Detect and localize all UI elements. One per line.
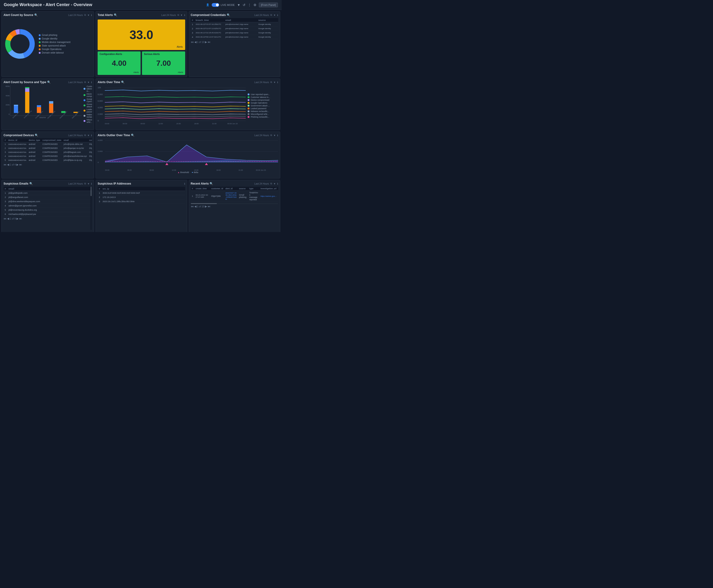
- devices-info-icon[interactable]: ℹ: [91, 134, 92, 136]
- filter-icon[interactable]: ▼: [237, 3, 240, 7]
- susp-emails-last-page[interactable]: ⏭: [19, 217, 22, 220]
- ra-next-page[interactable]: ▶: [205, 205, 207, 208]
- recent-alerts-copy-icon[interactable]: ⧉: [271, 182, 272, 185]
- svg-text:18:00: 18:00: [194, 123, 198, 125]
- outlier-threshold-legend: ▲ threshold: [178, 171, 189, 173]
- creds-prev-page[interactable]: ◀: [194, 41, 196, 43]
- devices-filter-icon[interactable]: ▼: [87, 134, 90, 136]
- alerts-time-search-icon[interactable]: 🔍: [121, 81, 125, 84]
- alert-source-time-range: Last 24 Hours: [68, 14, 83, 17]
- susp-emails-col-num: #: [3, 187, 7, 191]
- susp-emails-col-email: email: [7, 187, 92, 191]
- alert-source-copy-icon[interactable]: ⧉: [84, 14, 86, 17]
- creds-search-icon[interactable]: 🔍: [227, 14, 230, 17]
- ra-col-cid: customer_id: [210, 187, 224, 191]
- ra-first-page[interactable]: ⏮: [191, 205, 194, 208]
- from-panel-button[interactable]: [From Panel]: [259, 3, 278, 7]
- donut-legend: Gmail phishing Google identity Mobile de…: [39, 34, 70, 54]
- svg-text:09:00: 09:00: [141, 123, 145, 125]
- devices-prev-page[interactable]: ◀: [7, 163, 9, 166]
- devices-search-icon[interactable]: 🔍: [35, 133, 38, 137]
- susp-ips-info-icon[interactable]: ℹ: [184, 183, 185, 185]
- outlier-copy-icon[interactable]: ⧉: [271, 134, 272, 136]
- susp-emails-copy-icon[interactable]: ⧉: [84, 182, 86, 185]
- susp-emails-next-page[interactable]: ▶: [17, 217, 19, 220]
- total-alerts-copy-icon[interactable]: ⧉: [177, 14, 179, 17]
- table-row: 2308D84B04D4E67EAandroidCOMPROMISEDjohn@…: [3, 146, 92, 150]
- susp-ips-col-num: #: [98, 187, 101, 191]
- header-controls: 👤 LIVE MODE ▼ ↺ ⋮ ⚙ [From Panel]: [206, 3, 278, 7]
- creds-first-page[interactable]: ⏮: [191, 41, 194, 43]
- devices-pagination: ⏮ ◀ 1 of 4 ▶ ⏭: [3, 163, 92, 166]
- creds-copy-icon[interactable]: ⧉: [271, 14, 272, 17]
- recent-alerts-panel: Recent Alerts 🔍 Last 24 Hours ⧉ ▼ ℹ # cr…: [189, 180, 280, 232]
- alert-count-source-panel: Alert Count by Source 🔍 Last 24 Hours ⧉ …: [1, 11, 94, 77]
- svg-text:15:00: 15:00: [194, 170, 198, 171]
- devices-title: Compromised Devices: [3, 133, 34, 137]
- svg-point-6: [12, 36, 28, 52]
- total-alerts-info-icon[interactable]: ℹ: [184, 14, 185, 17]
- table-row: 5jd@noventaung.duckdns.org: [3, 208, 92, 212]
- settings-icon[interactable]: ⚙: [254, 3, 257, 7]
- alert-type-search-icon[interactable]: 🔍: [47, 81, 51, 84]
- ra-prev-page[interactable]: ◀: [194, 205, 196, 208]
- susp-emails-info-icon[interactable]: ℹ: [91, 183, 92, 185]
- ra-col-type: type: [248, 187, 259, 191]
- creds-last-page[interactable]: ⏭: [208, 41, 211, 43]
- creds-filter-icon[interactable]: ▼: [274, 14, 276, 17]
- svg-text:6,000: 6,000: [98, 100, 103, 102]
- alert-source-filter-icon[interactable]: ▼: [87, 14, 90, 17]
- total-alerts-search-icon[interactable]: 🔍: [114, 14, 117, 17]
- alert-count-type-panel: Alert Count by Source and Type 🔍 Last 24…: [1, 79, 94, 130]
- recent-alerts-table: # create_time customer_id alert_id sourc…: [191, 187, 278, 202]
- devices-col-email: email: [62, 138, 88, 142]
- alert-count-source-search-icon[interactable]: 🔍: [34, 14, 38, 17]
- svg-text:00:00 Jun 23: 00:00 Jun 23: [228, 123, 238, 125]
- alert-type-filter-icon[interactable]: ▼: [87, 81, 90, 84]
- devices-copy-icon[interactable]: ⧉: [84, 134, 86, 136]
- susp-emails-first-page[interactable]: ⏮: [3, 217, 6, 220]
- compromised-credentials-panel: Compromised Credentials 🔍 Last 24 Hours …: [189, 11, 280, 77]
- svg-text:4,000: 4,000: [98, 106, 103, 109]
- alerts-time-filter-icon[interactable]: ▼: [274, 81, 276, 84]
- devices-col-num: #: [3, 138, 7, 142]
- table-row: 4admin@jpcert.ignorelist.com: [3, 204, 92, 208]
- alerts-time-copy-icon[interactable]: ⧉: [271, 81, 272, 84]
- devices-col-id: device_id: [7, 138, 27, 142]
- creds-col-email: email: [224, 18, 257, 22]
- recent-alerts-filter-icon[interactable]: ▼: [274, 183, 276, 185]
- alerts-time-info-icon[interactable]: ℹ: [277, 81, 278, 84]
- outlier-filter-icon[interactable]: ▼: [274, 134, 276, 136]
- recent-alerts-search-icon[interactable]: 🔍: [210, 182, 213, 185]
- svg-text:4,000: 4,000: [98, 140, 103, 141]
- outlier-search-icon[interactable]: 🔍: [131, 133, 134, 137]
- alert-source-info-icon[interactable]: ℹ: [91, 14, 92, 17]
- susp-emails-table: # email 1jd@goldlojistik.com 2jd@anguill…: [3, 187, 92, 216]
- outlier-delta-legend: ● delta: [192, 171, 198, 173]
- serious-alerts-box: Serious Alerts 7.00 Alerts: [142, 51, 185, 75]
- donut-chart: [3, 27, 36, 60]
- outlier-info-icon[interactable]: ℹ: [277, 134, 278, 136]
- total-alerts-filter-icon[interactable]: ▼: [180, 14, 183, 17]
- ra-last-page[interactable]: ⏭: [208, 205, 211, 208]
- devices-next-page[interactable]: ▶: [17, 163, 19, 166]
- outlier-time-range: Last 24 Hours: [254, 134, 269, 136]
- creds-info-icon[interactable]: ℹ: [277, 14, 278, 17]
- devices-first-page[interactable]: ⏮: [3, 163, 6, 166]
- recent-alerts-info-icon[interactable]: ℹ: [277, 183, 278, 185]
- svg-text:21:00: 21:00: [212, 123, 216, 125]
- devices-last-page[interactable]: ⏭: [19, 163, 22, 166]
- creds-next-page[interactable]: ▶: [205, 41, 207, 43]
- svg-marker-34: [105, 145, 278, 163]
- susp-emails-prev-page[interactable]: ◀: [7, 217, 9, 220]
- alert-type-copy-icon[interactable]: ⧉: [84, 81, 86, 84]
- refresh-icon[interactable]: ↺: [243, 3, 245, 7]
- susp-emails-search-icon[interactable]: 🔍: [29, 182, 33, 185]
- creds-time-range: Last 24 Hours: [254, 14, 269, 17]
- alert-type-info-icon[interactable]: ℹ: [91, 81, 92, 84]
- devices-time-range: Last 24 Hours: [68, 134, 83, 136]
- susp-emails-filter-icon[interactable]: ▼: [87, 183, 90, 185]
- more-icon[interactable]: ⋮: [248, 3, 251, 7]
- live-mode-toggle[interactable]: LIVE MODE: [212, 3, 235, 7]
- table-row: 1308D84B04D4E67EAandroidCOMPROMISEDjohn@…: [3, 142, 92, 146]
